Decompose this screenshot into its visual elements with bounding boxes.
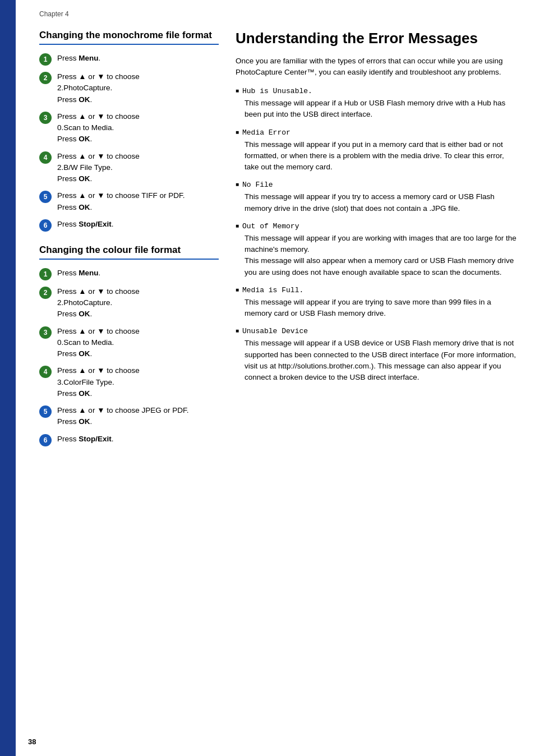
right-column: Understanding the Error Messages Once yo…: [236, 29, 518, 459]
list-item: 5Press ▲ or ▼ to choose JPEG or PDF.Pres…: [39, 405, 219, 428]
step-circle: 5: [39, 405, 52, 418]
step-circle: 3: [39, 326, 52, 339]
page-number: 38: [28, 737, 36, 746]
step-text: Press ▲ or ▼ to choose JPEG or PDF.Press…: [57, 405, 189, 428]
section1-steps: 1Press Menu.2Press ▲ or ▼ to choose2.Pho…: [39, 53, 219, 232]
left-column: Changing the monochrome file format 1Pre…: [39, 29, 219, 459]
step-text: Press ▲ or ▼ to choose2.B/W File Type.Pr…: [57, 151, 140, 185]
blue-sidebar: [0, 0, 16, 756]
chapter-label: Chapter 4: [39, 0, 518, 24]
error-desc: This message will appear if you are tryi…: [236, 297, 518, 320]
step-text: Press Stop/Exit.: [57, 434, 114, 445]
section2-steps: 1Press Menu.2Press ▲ or ▼ to choose2.Pho…: [39, 268, 219, 446]
error-desc: This message will appear if a Hub or USB…: [236, 98, 518, 121]
list-item: 3Press ▲ or ▼ to choose0.Scan to Media.P…: [39, 111, 219, 145]
list-item: Media is Full.This message will appear i…: [236, 286, 518, 320]
step-text: Press ▲ or ▼ to choose2.PhotoCapture.Pre…: [57, 71, 140, 105]
list-item: Unusable DeviceThis message will appear …: [236, 327, 518, 383]
step-circle: 5: [39, 191, 52, 203]
step-text: Press Menu.: [57, 53, 100, 64]
step-circle: 2: [39, 287, 52, 299]
step-text: Press Stop/Exit.: [57, 219, 114, 230]
error-code: Unusable Device: [236, 327, 518, 335]
list-item: 6Press Stop/Exit.: [39, 219, 219, 232]
list-item: 5Press ▲ or ▼ to choose TIFF or PDF.Pres…: [39, 190, 219, 213]
list-item: Out of MemoryThis message will appear if…: [236, 222, 518, 278]
section1-title: Changing the monochrome file format: [39, 29, 219, 45]
error-desc: This message will appear if you try to a…: [236, 191, 518, 214]
error-desc: This message will appear if a USB device…: [236, 338, 518, 383]
error-code: Media is Full.: [236, 286, 518, 294]
list-item: 2Press ▲ or ▼ to choose2.PhotoCapture.Pr…: [39, 286, 219, 320]
step-text: Press ▲ or ▼ to choose3.ColorFile Type.P…: [57, 365, 140, 399]
step-text: Press ▲ or ▼ to choose0.Scan to Media.Pr…: [57, 326, 140, 360]
section2-title: Changing the colour file format: [39, 244, 219, 260]
list-item: 1Press Menu.: [39, 268, 219, 280]
list-item: No FileThis message will appear if you t…: [236, 181, 518, 214]
step-text: Press ▲ or ▼ to choose0.Scan to Media.Pr…: [57, 111, 140, 145]
list-item: 2Press ▲ or ▼ to choose2.PhotoCapture.Pr…: [39, 71, 219, 105]
step-circle: 4: [39, 366, 52, 378]
error-code: Hub is Unusable.: [236, 87, 518, 95]
list-item: 1Press Menu.: [39, 53, 219, 66]
step-circle: 4: [39, 151, 52, 164]
step-circle: 2: [39, 72, 52, 84]
step-circle: 1: [39, 53, 52, 66]
error-code: Out of Memory: [236, 222, 518, 231]
step-circle: 3: [39, 112, 52, 124]
list-item: 4Press ▲ or ▼ to choose2.B/W File Type.P…: [39, 151, 219, 185]
step-text: Press ▲ or ▼ to choose2.PhotoCapture.Pre…: [57, 286, 140, 320]
error-desc: This message will appear if you put in a…: [236, 139, 518, 173]
error-list: Hub is Unusable.This message will appear…: [236, 87, 518, 383]
section3-title: Understanding the Error Messages: [236, 29, 518, 48]
step-circle: 6: [39, 219, 52, 232]
list-item: 4Press ▲ or ▼ to choose3.ColorFile Type.…: [39, 365, 219, 399]
error-code: Media Error: [236, 128, 518, 137]
list-item: Hub is Unusable.This message will appear…: [236, 87, 518, 121]
section3-intro: Once you are familiar with the types of …: [236, 56, 518, 79]
list-item: 3Press ▲ or ▼ to choose0.Scan to Media.P…: [39, 326, 219, 360]
step-text: Press ▲ or ▼ to choose TIFF or PDF.Press…: [57, 190, 185, 213]
list-item: 6Press Stop/Exit.: [39, 434, 219, 446]
step-circle: 6: [39, 434, 52, 446]
error-code: No File: [236, 181, 518, 189]
step-text: Press Menu.: [57, 268, 100, 279]
error-desc: This message will appear if you are work…: [236, 233, 518, 278]
list-item: Media ErrorThis message will appear if y…: [236, 128, 518, 173]
step-circle: 1: [39, 268, 52, 280]
